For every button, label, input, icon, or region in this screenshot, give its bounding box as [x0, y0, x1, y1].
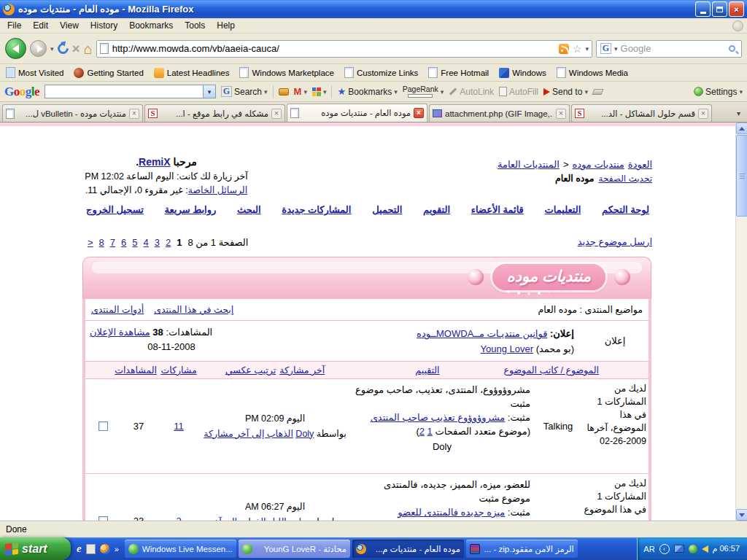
tab-list-dropdown-icon[interactable]: ▾ — [732, 109, 745, 117]
header-rating[interactable]: التقييم — [415, 365, 439, 376]
home-button[interactable]: ⌂ — [84, 42, 93, 56]
quick-launch-overflow-icon[interactable]: » — [115, 545, 119, 553]
taskbar-messenger-button[interactable]: Windows Live Messen... — [125, 540, 236, 558]
header-reverse-sort[interactable]: ترتيب عكسي — [225, 365, 276, 376]
bookmark-windows-media[interactable]: Windows Media — [557, 67, 628, 78]
menu-help[interactable]: Help — [211, 19, 241, 32]
header-replies[interactable]: مشاركات — [160, 365, 196, 376]
nav-help[interactable]: التعليمات — [545, 204, 581, 215]
bookmark-free-hotmail[interactable]: Free Hotmail — [428, 67, 489, 78]
tab-close-icon[interactable]: × — [414, 108, 424, 118]
autofill-button[interactable]: AutoFill — [499, 87, 538, 97]
header-topic-author[interactable]: الموضوع / كاتب الموضوع — [504, 365, 599, 376]
nav-search[interactable]: البحث — [237, 204, 261, 215]
network-icon[interactable] — [674, 545, 684, 553]
google-bookmarks-button[interactable]: ★Bookmarks▾ — [337, 86, 397, 97]
bookmark-getting-started[interactable]: Getting Started — [74, 68, 143, 78]
vertical-scrollbar[interactable] — [735, 122, 747, 521]
bookmark-most-visited[interactable]: Most Visited — [6, 67, 63, 78]
internet-explorer-icon[interactable]: e — [77, 542, 82, 555]
page-link-7[interactable]: 7 — [110, 237, 115, 248]
bookmark-customize-links[interactable]: Customize Links — [344, 67, 418, 78]
thread-title-link[interactable]: مشروؤوؤوع تعذيب صاحب المنتدى — [371, 412, 506, 423]
google-search-button[interactable]: GSearch▾ — [221, 86, 268, 97]
next-page-link[interactable]: < — [88, 237, 93, 248]
new-thread-link[interactable]: ارسل موضوع جديد — [578, 236, 652, 247]
forward-button[interactable] — [30, 40, 47, 57]
google-search-dropdown-icon[interactable]: ▾ — [203, 85, 215, 98]
sendto-button[interactable]: Send to▾ — [543, 87, 588, 97]
messenger-status-icon[interactable] — [689, 545, 697, 553]
private-messages-link[interactable]: الرسائل الخاصة — [188, 185, 247, 195]
bookmark-windows-marketplace[interactable]: Windows Marketplace — [239, 67, 333, 78]
page-link-2[interactable]: 2 — [166, 237, 171, 248]
goto-last-post-link[interactable]: الذهاب إلى آخر مشاركة — [204, 429, 293, 439]
nav-members-list[interactable]: قائمة الأعضاء — [471, 204, 524, 215]
taskbar-firefox-button[interactable]: موده العام - منتديات م... — [352, 540, 464, 558]
language-indicator[interactable]: AR — [643, 545, 654, 553]
search-magnifier-icon[interactable] — [729, 45, 735, 52]
menu-file[interactable]: File — [1, 19, 27, 32]
scroll-up-button[interactable] — [736, 122, 747, 134]
google-gambling-icon[interactable] — [279, 88, 289, 96]
nav-new-posts[interactable]: المشاركات جديدة — [282, 204, 351, 215]
bookmark-windows[interactable]: Windows — [499, 68, 546, 78]
breadcrumb-back-link[interactable]: العودة — [628, 159, 652, 170]
url-input[interactable]: http://www.mowda.com/vb/aaeia-cauca/ — [112, 43, 555, 54]
thread-title-link[interactable]: ميزه جديده فالمنتدى للعضو — [398, 507, 505, 518]
volume-icon[interactable] — [702, 545, 708, 553]
thread-page-1-link[interactable]: 1 — [427, 426, 433, 437]
tab-close-icon[interactable]: × — [556, 109, 566, 119]
history-dropdown-icon[interactable]: ▾ — [50, 45, 54, 52]
header-last-post[interactable]: آخر مشاركة — [279, 365, 325, 376]
tab-close-icon[interactable]: × — [271, 109, 282, 119]
tab-close-icon[interactable]: × — [129, 109, 139, 119]
taskbar-clock[interactable]: 06:57 م — [713, 544, 740, 553]
replies-count-link[interactable]: 2 — [176, 516, 181, 521]
page-link-4[interactable]: 4 — [144, 237, 149, 248]
search-this-forum-link[interactable]: إبحث في هذا المنتدى — [154, 304, 233, 315]
start-button[interactable]: start — [0, 537, 71, 560]
tab-close-icon[interactable]: × — [698, 109, 708, 119]
minimize-button[interactable] — [695, 1, 711, 17]
view-announcement-link[interactable]: مشاهدة الإعلان — [90, 327, 150, 338]
google-apps-button[interactable]: ▾ — [312, 88, 327, 96]
menu-history[interactable]: History — [85, 19, 123, 32]
taskbar-chat-button[interactable]: محادثة - YounG LoveR — [239, 540, 350, 558]
last-post-user-link[interactable]: Doly — [295, 429, 314, 439]
breadcrumb-section-link[interactable]: المنتديات العامة — [498, 159, 560, 170]
close-button[interactable]: × — [729, 1, 744, 17]
menu-view[interactable]: View — [54, 19, 85, 32]
menu-bookmarks[interactable]: Bookmarks — [123, 19, 179, 32]
settings-button[interactable]: Settings▾ — [694, 87, 743, 97]
show-desktop-icon[interactable] — [86, 544, 96, 554]
nav-quick-links[interactable]: روابط سريعة — [165, 204, 217, 215]
page-link-8[interactable]: 8 — [99, 237, 104, 248]
nav-logout[interactable]: تسجيل الخروج — [86, 204, 144, 215]
taskbar-winrar-button[interactable]: الرمز الامن مفقود.zip - ... — [466, 540, 578, 558]
back-button[interactable] — [5, 38, 26, 59]
nav-calendar[interactable]: التقويم — [423, 204, 450, 215]
bookmark-latest-headlines[interactable]: Latest Headlines — [154, 68, 230, 78]
nav-control-panel[interactable]: لوحة التحكم — [602, 204, 649, 215]
url-bar[interactable]: http://www.mowda.com/vb/aaeia-cauca/ ☆ ▾ — [96, 40, 592, 58]
tab-vbulletin[interactable]: منتديات موده - vBulletin ل... × — [2, 104, 143, 122]
menu-edit[interactable]: Edit — [27, 19, 54, 32]
page-link-5[interactable]: 5 — [132, 237, 137, 248]
scrollbar-thumb[interactable] — [736, 135, 747, 217]
forum-tools-link[interactable]: أدوات المنتدى — [91, 304, 144, 315]
restore-button[interactable] — [712, 1, 727, 17]
page-link-6[interactable]: 6 — [121, 237, 126, 248]
tray-collapse-icon[interactable]: ‹ — [659, 544, 670, 554]
url-dropdown-icon[interactable]: ▾ — [585, 45, 589, 52]
thread-page-2-link[interactable]: 2 — [419, 426, 425, 437]
username-link[interactable]: RemiX — [139, 156, 171, 168]
search-box[interactable]: G ▾ Google — [596, 40, 742, 58]
rss-icon[interactable] — [559, 44, 569, 54]
breadcrumb-home-link[interactable]: منتديات موده — [572, 159, 624, 170]
gmail-button[interactable]: M▾ — [294, 86, 307, 97]
scroll-down-button[interactable] — [736, 509, 747, 521]
header-views[interactable]: المشاهدات — [115, 365, 157, 376]
autolink-button[interactable]: AutoLink — [449, 87, 494, 97]
highlighter-button[interactable] — [593, 89, 603, 95]
